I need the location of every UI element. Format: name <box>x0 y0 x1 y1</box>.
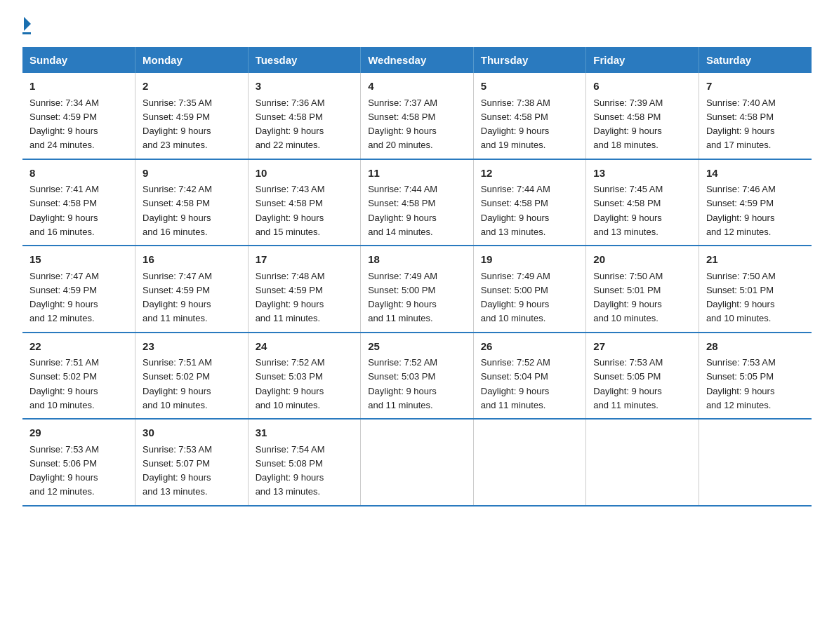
page-header <box>22 17 812 34</box>
day-number: 7 <box>706 79 805 95</box>
calendar-cell: 26Sunrise: 7:52 AMSunset: 5:04 PMDayligh… <box>473 333 586 420</box>
day-info: Sunrise: 7:35 AMSunset: 4:59 PMDaylight:… <box>143 98 212 151</box>
calendar-cell: 5Sunrise: 7:38 AMSunset: 4:58 PMDaylight… <box>473 73 586 159</box>
day-number: 16 <box>143 252 241 268</box>
day-info: Sunrise: 7:44 AMSunset: 4:58 PMDaylight:… <box>481 184 550 237</box>
calendar-cell: 7Sunrise: 7:40 AMSunset: 4:58 PMDaylight… <box>699 73 812 159</box>
day-number: 10 <box>256 166 354 182</box>
day-info: Sunrise: 7:51 AMSunset: 5:02 PMDaylight:… <box>29 357 99 410</box>
calendar-cell: 6Sunrise: 7:39 AMSunset: 4:58 PMDaylight… <box>586 73 699 159</box>
day-info: Sunrise: 7:34 AMSunset: 4:59 PMDaylight:… <box>29 98 99 151</box>
logo <box>22 17 31 34</box>
col-header-monday: Monday <box>135 47 249 73</box>
day-info: Sunrise: 7:50 AMSunset: 5:01 PMDaylight:… <box>706 271 776 324</box>
calendar-week-row: 22Sunrise: 7:51 AMSunset: 5:02 PMDayligh… <box>22 333 812 420</box>
day-number: 31 <box>256 425 354 441</box>
day-number: 2 <box>143 79 241 95</box>
calendar-week-row: 15Sunrise: 7:47 AMSunset: 4:59 PMDayligh… <box>22 246 812 333</box>
calendar-cell: 29Sunrise: 7:53 AMSunset: 5:06 PMDayligh… <box>22 419 135 506</box>
calendar-cell: 9Sunrise: 7:42 AMSunset: 4:58 PMDaylight… <box>135 159 249 246</box>
calendar-cell: 23Sunrise: 7:51 AMSunset: 5:02 PMDayligh… <box>135 333 249 420</box>
calendar-cell: 15Sunrise: 7:47 AMSunset: 4:59 PMDayligh… <box>22 246 135 333</box>
day-number: 21 <box>706 252 805 268</box>
calendar-cell: 25Sunrise: 7:52 AMSunset: 5:03 PMDayligh… <box>361 333 474 420</box>
day-number: 28 <box>706 339 805 355</box>
day-info: Sunrise: 7:49 AMSunset: 5:00 PMDaylight:… <box>368 271 437 324</box>
day-info: Sunrise: 7:53 AMSunset: 5:05 PMDaylight:… <box>593 357 663 410</box>
day-info: Sunrise: 7:53 AMSunset: 5:07 PMDaylight:… <box>143 444 212 497</box>
day-number: 25 <box>368 339 466 355</box>
day-number: 5 <box>481 79 579 95</box>
day-number: 27 <box>593 339 691 355</box>
day-number: 9 <box>143 166 241 182</box>
day-number: 6 <box>593 79 691 95</box>
calendar-cell: 19Sunrise: 7:49 AMSunset: 5:00 PMDayligh… <box>473 246 586 333</box>
calendar-cell: 18Sunrise: 7:49 AMSunset: 5:00 PMDayligh… <box>361 246 474 333</box>
day-number: 30 <box>143 425 241 441</box>
logo-triangle-icon <box>24 17 31 31</box>
day-number: 20 <box>593 252 691 268</box>
calendar-week-row: 1Sunrise: 7:34 AMSunset: 4:59 PMDaylight… <box>22 73 812 159</box>
calendar-header-row: SundayMondayTuesdayWednesdayThursdayFrid… <box>22 47 812 73</box>
calendar-cell: 11Sunrise: 7:44 AMSunset: 4:58 PMDayligh… <box>361 159 474 246</box>
day-number: 23 <box>143 339 241 355</box>
day-info: Sunrise: 7:49 AMSunset: 5:00 PMDaylight:… <box>481 271 550 324</box>
calendar-cell: 3Sunrise: 7:36 AMSunset: 4:58 PMDaylight… <box>248 73 361 159</box>
day-number: 1 <box>29 79 128 95</box>
calendar-table: SundayMondayTuesdayWednesdayThursdayFrid… <box>22 47 812 507</box>
day-number: 8 <box>29 166 128 182</box>
calendar-cell <box>699 419 812 506</box>
day-info: Sunrise: 7:40 AMSunset: 4:58 PMDaylight:… <box>706 98 776 151</box>
calendar-cell: 28Sunrise: 7:53 AMSunset: 5:05 PMDayligh… <box>699 333 812 420</box>
day-info: Sunrise: 7:52 AMSunset: 5:04 PMDaylight:… <box>481 357 550 410</box>
day-info: Sunrise: 7:52 AMSunset: 5:03 PMDaylight:… <box>368 357 437 410</box>
day-info: Sunrise: 7:46 AMSunset: 4:59 PMDaylight:… <box>706 184 776 237</box>
day-info: Sunrise: 7:47 AMSunset: 4:59 PMDaylight:… <box>29 271 99 324</box>
calendar-cell: 17Sunrise: 7:48 AMSunset: 4:59 PMDayligh… <box>248 246 361 333</box>
day-info: Sunrise: 7:47 AMSunset: 4:59 PMDaylight:… <box>143 271 212 324</box>
day-number: 12 <box>481 166 579 182</box>
col-header-saturday: Saturday <box>699 47 812 73</box>
day-number: 13 <box>593 166 691 182</box>
day-info: Sunrise: 7:44 AMSunset: 4:58 PMDaylight:… <box>368 184 437 237</box>
day-number: 24 <box>256 339 354 355</box>
calendar-cell: 2Sunrise: 7:35 AMSunset: 4:59 PMDaylight… <box>135 73 249 159</box>
day-info: Sunrise: 7:52 AMSunset: 5:03 PMDaylight:… <box>256 357 325 410</box>
calendar-cell: 30Sunrise: 7:53 AMSunset: 5:07 PMDayligh… <box>135 419 249 506</box>
day-number: 15 <box>29 252 128 268</box>
calendar-cell <box>473 419 586 506</box>
calendar-cell: 24Sunrise: 7:52 AMSunset: 5:03 PMDayligh… <box>248 333 361 420</box>
col-header-friday: Friday <box>586 47 699 73</box>
calendar-cell: 22Sunrise: 7:51 AMSunset: 5:02 PMDayligh… <box>22 333 135 420</box>
calendar-cell: 21Sunrise: 7:50 AMSunset: 5:01 PMDayligh… <box>699 246 812 333</box>
calendar-week-row: 8Sunrise: 7:41 AMSunset: 4:58 PMDaylight… <box>22 159 812 246</box>
day-info: Sunrise: 7:50 AMSunset: 5:01 PMDaylight:… <box>593 271 663 324</box>
day-number: 3 <box>256 79 354 95</box>
day-info: Sunrise: 7:43 AMSunset: 4:58 PMDaylight:… <box>256 184 325 237</box>
day-number: 4 <box>368 79 466 95</box>
calendar-cell: 4Sunrise: 7:37 AMSunset: 4:58 PMDaylight… <box>361 73 474 159</box>
day-number: 29 <box>29 425 128 441</box>
day-number: 22 <box>29 339 128 355</box>
day-info: Sunrise: 7:42 AMSunset: 4:58 PMDaylight:… <box>143 184 212 237</box>
calendar-cell: 31Sunrise: 7:54 AMSunset: 5:08 PMDayligh… <box>248 419 361 506</box>
calendar-cell: 10Sunrise: 7:43 AMSunset: 4:58 PMDayligh… <box>248 159 361 246</box>
day-number: 19 <box>481 252 579 268</box>
day-info: Sunrise: 7:51 AMSunset: 5:02 PMDaylight:… <box>143 357 212 410</box>
calendar-cell: 27Sunrise: 7:53 AMSunset: 5:05 PMDayligh… <box>586 333 699 420</box>
day-info: Sunrise: 7:54 AMSunset: 5:08 PMDaylight:… <box>256 444 325 497</box>
day-info: Sunrise: 7:53 AMSunset: 5:05 PMDaylight:… <box>706 357 776 410</box>
day-number: 17 <box>256 252 354 268</box>
calendar-week-row: 29Sunrise: 7:53 AMSunset: 5:06 PMDayligh… <box>22 419 812 506</box>
calendar-cell: 14Sunrise: 7:46 AMSunset: 4:59 PMDayligh… <box>699 159 812 246</box>
calendar-cell: 16Sunrise: 7:47 AMSunset: 4:59 PMDayligh… <box>135 246 249 333</box>
col-header-sunday: Sunday <box>22 47 135 73</box>
logo-underline <box>22 32 31 34</box>
day-info: Sunrise: 7:41 AMSunset: 4:58 PMDaylight:… <box>29 184 99 237</box>
day-info: Sunrise: 7:48 AMSunset: 4:59 PMDaylight:… <box>256 271 325 324</box>
col-header-thursday: Thursday <box>473 47 586 73</box>
calendar-cell: 13Sunrise: 7:45 AMSunset: 4:58 PMDayligh… <box>586 159 699 246</box>
day-number: 26 <box>481 339 579 355</box>
day-number: 18 <box>368 252 466 268</box>
day-info: Sunrise: 7:37 AMSunset: 4:58 PMDaylight:… <box>368 98 437 151</box>
